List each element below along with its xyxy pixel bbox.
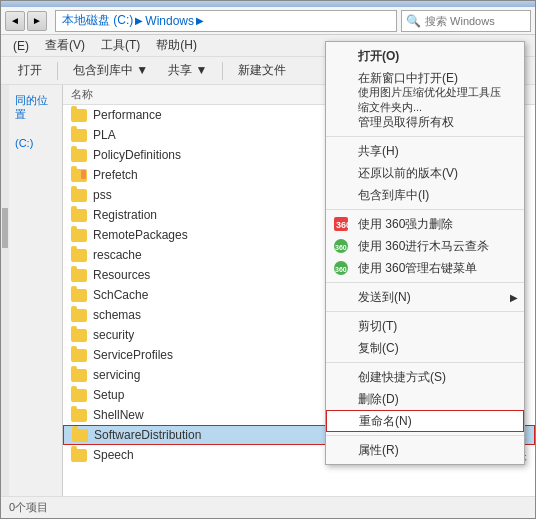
ctx-properties[interactable]: 属性(R) [326,439,524,461]
folder-icon [71,369,87,382]
ctx-open[interactable]: 打开(O) [326,45,524,67]
360-menu-icon: 360 [332,259,350,277]
folder-icon [71,209,87,222]
svg-text:360: 360 [335,244,347,251]
360-scan-icon: 360 [332,237,350,255]
svg-text:360: 360 [336,220,349,230]
folder-icon [71,449,87,462]
folder-icon [71,249,87,262]
sidebar-item-drive[interactable]: (C:) [15,136,58,150]
nav-buttons: ◄ ► [5,11,47,31]
file-item-name: rescache [93,248,142,262]
folder-icon [71,349,87,362]
ctx-360-menu[interactable]: 360 使用 360管理右键菜单 [326,257,524,279]
ctx-label: 共享(H) [358,143,399,160]
folder-icon [71,289,87,302]
ctx-share[interactable]: 共享(H) [326,140,524,162]
folder-icon [71,309,87,322]
ctx-label: 剪切(T) [358,318,397,335]
ctx-cut[interactable]: 剪切(T) [326,315,524,337]
ctx-delete[interactable]: 删除(D) [326,388,524,410]
address-path[interactable]: 本地磁盘 (C:) ▶ Windows ▶ [55,10,397,32]
file-item-name: PolicyDefinitions [93,148,181,162]
file-item-name: ShellNew [93,408,144,422]
open-button[interactable]: 打开 [9,60,51,82]
ctx-label: 管理员取得所有权 [358,114,454,131]
ctx-sep-1 [326,136,524,137]
ctx-label: 还原以前的版本(V) [358,165,458,182]
ctx-admin[interactable]: 管理员取得所有权 [326,111,524,133]
search-input[interactable] [425,15,526,27]
file-item-name: SoftwareDistribution [94,428,201,442]
sidebar-scrollbar[interactable] [1,85,9,496]
menu-tools[interactable]: 工具(T) [93,35,148,56]
file-item-name: PLA [93,128,116,142]
ctx-label: 打开(O) [358,48,399,65]
ctx-label: 属性(R) [358,442,399,459]
file-item-name: Prefetch [93,168,138,182]
file-item-name: ServiceProfiles [93,348,173,362]
file-item-name: Setup [93,388,124,402]
ctx-label: 发送到(N) [358,289,411,306]
ctx-label: 在新窗口中打开(E) [358,70,458,87]
folder-icon [71,409,87,422]
file-item-name: servicing [93,368,140,382]
ctx-sep-5 [326,362,524,363]
ctx-send-to[interactable]: 发送到(N) ▶ [326,286,524,308]
ctx-sep-4 [326,311,524,312]
context-menu: 打开(O) 在新窗口中打开(E) 使用图片压缩优化处理工具压缩文件夹内... 管… [325,41,525,465]
ctx-label: 创建快捷方式(S) [358,369,446,386]
ctx-restore-version[interactable]: 还原以前的版本(V) [326,162,524,184]
ctx-label: 删除(D) [358,391,399,408]
status-item-count: 0个项目 [9,500,48,515]
menu-edit[interactable]: (E) [5,37,37,55]
file-item-name: Speech [93,448,134,462]
include-library-button[interactable]: 包含到库中 ▼ [64,60,157,82]
sidebar-item-location[interactable]: 同的位置 [15,93,58,122]
folder-icon [71,109,87,122]
file-item-name: security [93,328,134,342]
sidebar-scroll-thumb[interactable] [2,208,8,248]
ctx-sep-3 [326,282,524,283]
path-part-2: Windows [145,14,194,28]
menu-view[interactable]: 查看(V) [37,35,93,56]
ctx-rename[interactable]: 重命名(N) [326,410,524,432]
file-item-name: Performance [93,108,162,122]
left-sidebar: 同的位置 (C:) [1,85,63,496]
ctx-create-shortcut[interactable]: 创建快捷方式(S) [326,366,524,388]
ctx-label: 使用 360强力删除 [358,216,453,233]
360-delete-icon: 360 [332,215,350,233]
folder-icon [71,189,87,202]
ctx-label: 重命名(N) [359,413,412,430]
folder-icon [71,229,87,242]
forward-button[interactable]: ► [27,11,47,31]
share-button[interactable]: 共享 ▼ [159,60,216,82]
search-icon: 🔍 [406,14,421,28]
folder-icon [71,149,87,162]
ctx-360-scan[interactable]: 360 使用 360进行木马云查杀 [326,235,524,257]
ctx-compress[interactable]: 使用图片压缩优化处理工具压缩文件夹内... [326,89,524,111]
file-item-name: RemotePackages [93,228,188,242]
ctx-sep-6 [326,435,524,436]
back-button[interactable]: ◄ [5,11,25,31]
file-item-name: SchCache [93,288,148,302]
ctx-label: 复制(C) [358,340,399,357]
explorer-window: ◄ ► 本地磁盘 (C:) ▶ Windows ▶ 🔍 (E) 查看(V) 工具… [0,0,536,519]
ctx-copy[interactable]: 复制(C) [326,337,524,359]
ctx-include-library[interactable]: 包含到库中(I) [326,184,524,206]
ctx-360-delete[interactable]: 360 使用 360强力删除 [326,213,524,235]
path-part-1: 本地磁盘 (C:) [62,12,133,29]
new-folder-button[interactable]: 新建文件 [229,60,295,82]
folder-icon-shield [71,169,87,182]
ctx-sep-2 [326,209,524,210]
menu-help[interactable]: 帮助(H) [148,35,205,56]
folder-icon [71,269,87,282]
file-item-name: pss [93,188,112,202]
folder-icon [71,129,87,142]
svg-text:360: 360 [335,266,347,273]
folder-icon [71,389,87,402]
ctx-label: 包含到库中(I) [358,187,429,204]
file-item-name: Registration [93,208,157,222]
folder-icon [72,429,88,442]
search-box[interactable]: 🔍 [401,10,531,32]
